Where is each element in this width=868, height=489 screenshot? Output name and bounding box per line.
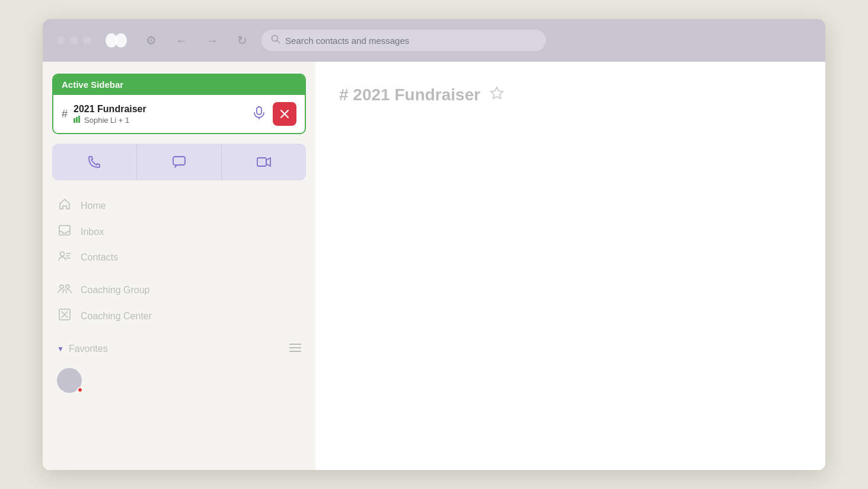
traffic-light-close[interactable] — [57, 36, 65, 45]
nav-divider-2 — [52, 329, 306, 336]
participants-text: Sophie Li + 1 — [84, 116, 129, 125]
favorites-header[interactable]: ▼ Favorites — [52, 336, 306, 361]
active-sidebar-body: # 2021 Fundraiser Sophie Li + — [53, 95, 305, 133]
contacts-icon — [57, 250, 72, 264]
search-input[interactable] — [285, 36, 537, 46]
channel-title: # 2021 Fundraiser — [339, 85, 802, 104]
svg-rect-5 — [76, 117, 78, 123]
app-window: ⚙ ← → ↻ Active Sidebar # — [43, 19, 825, 470]
traffic-light-minimize[interactable] — [70, 36, 78, 45]
phone-action-button[interactable] — [52, 144, 137, 180]
svg-point-19 — [66, 285, 69, 288]
svg-rect-6 — [78, 116, 80, 123]
home-label: Home — [81, 201, 106, 211]
home-icon — [57, 198, 72, 213]
titlebar: ⚙ ← → ↻ — [43, 19, 825, 62]
svg-point-18 — [60, 285, 63, 288]
coaching-center-icon — [57, 309, 72, 323]
sidebar-item-coaching-group[interactable]: Coaching Group — [52, 277, 306, 303]
active-sidebar-label: Active Sidebar — [62, 80, 123, 90]
app-logo — [106, 32, 127, 49]
main-panel: # 2021 Fundraiser — [315, 62, 825, 470]
refresh-button[interactable]: ↻ — [232, 31, 252, 50]
sidebar-item-contacts[interactable]: Contacts — [52, 244, 306, 270]
bar-chart-icon — [74, 116, 82, 125]
svg-rect-7 — [257, 107, 261, 115]
sidebar: Active Sidebar # 2021 Fundraiser — [43, 62, 315, 470]
star-icon[interactable] — [490, 86, 504, 104]
search-bar[interactable] — [261, 30, 546, 51]
coaching-group-label: Coaching Group — [81, 285, 150, 296]
nav-divider-1 — [52, 270, 306, 277]
inbox-label: Inbox — [81, 227, 104, 237]
main-content: Active Sidebar # 2021 Fundraiser — [43, 62, 825, 470]
channel-hash-symbol: # — [62, 108, 68, 120]
end-call-button[interactable] — [273, 102, 296, 126]
search-icon — [271, 34, 280, 46]
sidebar-item-coaching-center[interactable]: Coaching Center — [52, 303, 306, 329]
channel-title-text: # 2021 Fundraiser — [339, 85, 480, 104]
video-action-button[interactable] — [222, 144, 306, 180]
svg-rect-4 — [74, 118, 75, 123]
contacts-label: Contacts — [81, 252, 118, 263]
svg-point-14 — [60, 252, 65, 256]
active-sidebar-header: Active Sidebar — [53, 75, 305, 95]
inbox-icon — [57, 225, 72, 239]
active-sidebar-card: Active Sidebar # 2021 Fundraiser — [52, 74, 306, 134]
svg-point-1 — [115, 33, 127, 47]
mute-button[interactable] — [251, 104, 267, 125]
call-name: 2021 Fundraiser — [74, 104, 245, 115]
message-action-button[interactable] — [137, 144, 222, 180]
favorites-menu-icon[interactable] — [289, 342, 301, 355]
traffic-light-maximize[interactable] — [83, 36, 91, 45]
settings-button[interactable]: ⚙ — [141, 31, 161, 50]
svg-line-3 — [277, 41, 280, 43]
call-info: 2021 Fundraiser Sophie Li + 1 — [74, 104, 245, 125]
svg-rect-11 — [173, 157, 185, 165]
forward-button[interactable]: → — [202, 31, 223, 50]
action-buttons — [52, 144, 306, 180]
avatar-status-indicator — [77, 387, 83, 393]
coaching-center-label: Coaching Center — [81, 311, 152, 322]
sidebar-item-inbox[interactable]: Inbox — [52, 219, 306, 244]
favorites-arrow-icon: ▼ — [57, 345, 64, 353]
coaching-group-icon — [57, 283, 72, 297]
svg-rect-12 — [257, 158, 266, 166]
favorites-label: Favorites — [69, 344, 289, 354]
avatar-area — [52, 363, 306, 398]
call-participants: Sophie Li + 1 — [74, 116, 245, 125]
traffic-lights — [57, 36, 91, 45]
back-button[interactable]: ← — [171, 31, 192, 50]
sidebar-item-home[interactable]: Home — [52, 192, 306, 219]
